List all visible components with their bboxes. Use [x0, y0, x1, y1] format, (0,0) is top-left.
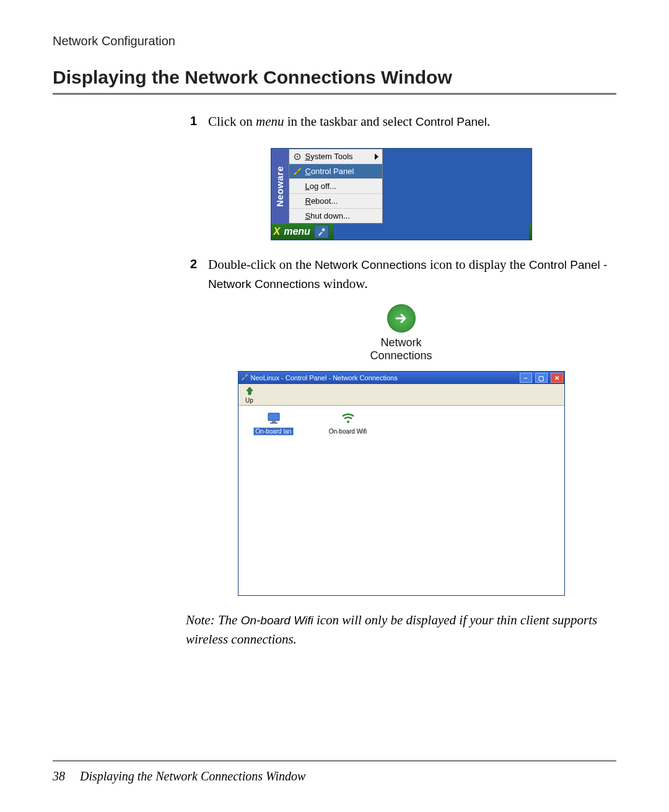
svg-rect-3	[268, 413, 279, 421]
window-toolbar: Up	[238, 384, 564, 406]
step-1-em: menu	[256, 114, 284, 129]
step-1-code: Control Panel	[416, 115, 487, 128]
tools-icon	[293, 167, 302, 176]
svg-point-6	[347, 421, 349, 423]
step-2: 2 Double-click on the Network Connection…	[186, 255, 616, 293]
connection-item-lan-label: On-board lan	[253, 427, 293, 435]
menu-item-shut-down[interactable]: Shut down...	[289, 209, 382, 223]
step-2-mid: icon to display the	[427, 257, 529, 272]
svg-rect-5	[270, 422, 278, 424]
window-titlebar: NeoLinux - Control Panel - Network Conne…	[238, 372, 564, 384]
step-1-pre: Click on	[208, 114, 256, 129]
note-prefix: Note: The	[186, 613, 241, 627]
network-connections-icon-block[interactable]: Network Connections	[355, 304, 448, 362]
svg-rect-2	[322, 229, 325, 231]
step-2-post: window.	[320, 276, 368, 291]
step-2-pre: Double-click on the	[208, 257, 315, 272]
up-arrow-icon	[245, 386, 255, 397]
window-app-icon	[241, 373, 248, 382]
network-icon-label-1: Network	[355, 336, 448, 349]
maximize-button[interactable]: ▢	[535, 373, 548, 383]
menu-item-control-panel[interactable]: Control Panel	[289, 164, 382, 179]
start-menu-items: System Tools Control Panel Log off... Re…	[289, 149, 383, 224]
minimize-button[interactable]: –	[520, 373, 532, 383]
menu-item-log-off-label: Log off...	[305, 181, 378, 191]
menu-item-reboot[interactable]: Reboot...	[289, 194, 382, 209]
step-1-text: Click on menu in the taskbar and select …	[208, 112, 616, 131]
network-icon-label-2: Connections	[355, 349, 448, 362]
svg-rect-4	[272, 421, 276, 422]
running-head: Network Configuration	[53, 34, 616, 48]
start-menu-brand-text: Neoware	[274, 166, 285, 207]
window-title: NeoLinux - Control Panel - Network Conne…	[251, 374, 517, 382]
gear-icon	[293, 152, 302, 161]
toolbar-up-label: Up	[245, 397, 253, 404]
window-content: On-board lan On-board Wifi	[238, 406, 564, 595]
submenu-arrow-icon	[375, 154, 378, 160]
footer-rule	[53, 761, 616, 761]
connection-item-wifi-label: On-board Wifi	[329, 428, 367, 435]
section-rule	[53, 93, 616, 95]
desktop-background	[383, 149, 531, 224]
page-number: 38	[53, 769, 65, 784]
note-code: On-board Wifi	[241, 614, 313, 627]
taskbar-desktop-button[interactable]	[314, 225, 329, 238]
step-2-text: Double-click on the Network Connections …	[208, 255, 616, 293]
connection-item-wifi[interactable]: On-board Wifi	[320, 411, 376, 435]
taskbar-logo-icon: X	[274, 226, 281, 237]
wifi-icon	[320, 411, 376, 426]
menu-item-control-panel-label: Control Panel	[305, 167, 378, 176]
figure-network-connections-window: NeoLinux - Control Panel - Network Conne…	[238, 371, 565, 596]
menu-item-reboot-label: Reboot...	[305, 196, 378, 206]
connection-item-lan[interactable]: On-board lan	[246, 411, 302, 435]
monitor-icon	[246, 411, 302, 426]
svg-point-1	[296, 156, 298, 158]
start-menu-brand-bar: Neoware	[271, 149, 289, 224]
taskbar-menu-button[interactable]: menu	[284, 226, 310, 237]
step-1-mid: in the taskbar and select	[284, 114, 416, 129]
footer-title: Displaying the Network Connections Windo…	[80, 769, 305, 784]
menu-item-log-off[interactable]: Log off...	[289, 179, 382, 194]
figure-start-menu: Neoware System Tools Control Panel Log	[271, 148, 532, 240]
menu-item-shut-down-label: Shut down...	[305, 211, 378, 220]
menu-item-system-tools-label: System Tools	[305, 152, 371, 161]
step-2-number: 2	[186, 255, 197, 293]
step-1: 1 Click on menu in the taskbar and selec…	[186, 112, 616, 131]
network-arrow-icon	[387, 304, 416, 333]
step-2-code1: Network Connections	[315, 258, 427, 271]
section-title: Displaying the Network Connections Windo…	[53, 67, 616, 88]
taskbar: X menu	[271, 224, 531, 240]
step-1-number: 1	[186, 112, 197, 131]
step-1-post: .	[487, 114, 490, 129]
menu-item-system-tools[interactable]: System Tools	[289, 149, 382, 164]
note-text: Note: The On-board Wifi icon will only b…	[186, 611, 616, 648]
close-button[interactable]: ✕	[551, 373, 563, 383]
toolbar-up-button[interactable]: Up	[242, 385, 257, 404]
page-footer: 38 Displaying the Network Connections Wi…	[53, 769, 305, 784]
